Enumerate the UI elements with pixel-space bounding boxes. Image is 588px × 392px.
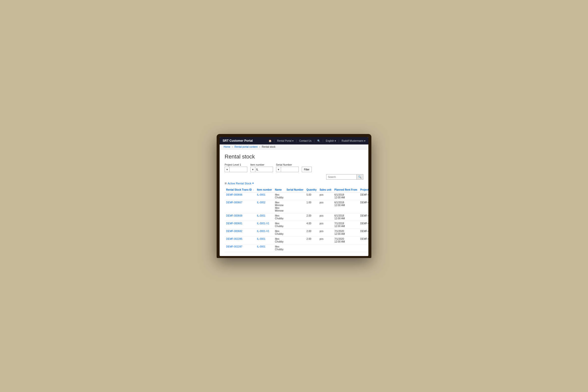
cell-serial-3: [285, 221, 305, 229]
nav-rental-portal[interactable]: Rental Portal ▾: [277, 140, 294, 142]
trans-id-link-1[interactable]: DEMF-000667: [226, 201, 242, 204]
item-number-link-6[interactable]: IL-0001: [257, 245, 266, 248]
cell-serial-2: [285, 213, 305, 221]
filter-input-field-1[interactable]: [230, 167, 247, 172]
trans-id-link-5[interactable]: DEMF-002285: [226, 238, 242, 240]
cell-sales-unit-3: pcs: [318, 221, 333, 229]
brand-logo: SRT Customer Portal: [222, 139, 253, 142]
cell-item-number-3: IL-0001-V1: [256, 221, 274, 229]
trans-id-link-4[interactable]: DEMF-000682: [226, 230, 242, 232]
cell-trans-id-6: DEMF-002287: [224, 244, 256, 252]
cell-quantity-4: 2.00: [305, 229, 318, 236]
item-number-link-0[interactable]: IL-0001: [257, 194, 266, 196]
cell-planned-rent-5: 7/1/202012:00 AM: [333, 236, 359, 244]
trans-id-link-6[interactable]: DEMF-002287: [226, 245, 242, 248]
laptop-frame: SRT Customer Portal 🏠 | Rental Portal ▾ …: [217, 134, 371, 258]
col-header-item-number[interactable]: Item number: [256, 186, 274, 192]
top-nav: SRT Customer Portal 🏠 | Rental Portal ▾ …: [220, 137, 368, 144]
cell-name-5: Illex Chubby: [274, 236, 285, 244]
col-header-quantity[interactable]: Quantity: [305, 186, 318, 192]
trans-id-link-0[interactable]: DEMF-000666: [226, 194, 242, 196]
breadcrumb-rental-content[interactable]: Rental portal content: [234, 146, 258, 148]
cell-quantity-3: 4.00: [305, 221, 318, 229]
grid-icon: ⊞: [224, 182, 226, 185]
page-title: Rental stock: [224, 154, 364, 160]
cell-name-4: Illex Chubby: [274, 229, 285, 236]
cell-planned-rent-0: 6/1/201812:00 AM: [333, 192, 359, 200]
breadcrumb: Home › Rental portal content › Rental st…: [220, 144, 368, 150]
cell-planned-rent-2: 6/1/201812:00 AM: [333, 213, 359, 221]
nav-contact[interactable]: Contact Us: [299, 140, 312, 142]
screen: SRT Customer Portal 🏠 | Rental Portal ▾ …: [220, 137, 368, 256]
search-input[interactable]: [326, 174, 356, 180]
table-header-row: Rental Stock Trans ID ↑ Item number Name…: [224, 186, 368, 192]
cell-sales-unit-2: pcs: [318, 213, 333, 221]
table-row: DEMF-000667 IL-0002 Illex MinnowIllex Mi…: [224, 200, 368, 213]
item-number-link-2[interactable]: IL-0001: [257, 214, 266, 217]
trans-id-link-3[interactable]: DEMF-000681: [226, 222, 242, 225]
cell-item-number-4: IL-0001-V1: [256, 229, 274, 236]
cell-quantity-0: 5.00: [305, 192, 318, 200]
nav-language[interactable]: English ▾: [326, 140, 336, 142]
cell-planned-rent-1: 6/1/201812:00 AM: [333, 200, 359, 213]
filter-input-item-number: ▼: [250, 167, 273, 172]
table-body: DEMF-000666 IL-0001 Illex Chubby 5.00 pc…: [224, 192, 368, 252]
search-row: 🔍: [224, 174, 364, 180]
col-header-serial-number[interactable]: Serial Number: [285, 186, 305, 192]
cell-planned-rent-6: [333, 244, 359, 252]
cell-item-number-2: IL-0001: [256, 213, 274, 221]
col-header-trans-id[interactable]: Rental Stock Trans ID ↑: [224, 186, 256, 192]
cell-pl1-3: DEMF-000642: [359, 221, 368, 229]
cell-serial-1: [285, 200, 305, 213]
breadcrumb-home[interactable]: Home: [224, 146, 230, 148]
cell-serial-6: [285, 244, 305, 252]
rental-stock-table: Rental Stock Trans ID ↑ Item number Name…: [224, 186, 368, 252]
cell-sales-unit-0: pcs: [318, 192, 333, 200]
funnel-icon-3[interactable]: ▼: [276, 167, 281, 172]
filter-input-field-3[interactable]: [281, 167, 298, 172]
cell-pl1-2: DEMF-000621: [359, 213, 368, 221]
nav-user[interactable]: Rudolf Mustermann ▾: [342, 140, 366, 142]
cell-planned-rent-3: 7/1/201812:00 AM: [333, 221, 359, 229]
cell-item-number-1: IL-0002: [256, 200, 274, 213]
item-number-link-4[interactable]: IL-0001-V1: [257, 230, 269, 232]
cell-trans-id-4: DEMF-000682: [224, 229, 256, 236]
cell-sales-unit-6: [318, 244, 333, 252]
cell-serial-5: [285, 236, 305, 244]
trans-id-link-2[interactable]: DEMF-000668: [226, 214, 242, 217]
cell-name-6: Illex Chubby: [274, 244, 285, 252]
funnel-icon-1[interactable]: ▼: [225, 167, 230, 172]
filter-button[interactable]: Filter: [302, 167, 312, 172]
item-number-link-3[interactable]: IL-0001-V1: [257, 222, 269, 225]
cell-trans-id-5: DEMF-002285: [224, 236, 256, 244]
filter-group-serial-number: Serial Number ▼: [276, 164, 299, 172]
cell-sales-unit-1: pcs: [318, 200, 333, 213]
cell-quantity-1: 1.00: [305, 200, 318, 213]
nav-home[interactable]: 🏠: [268, 140, 272, 142]
search-button[interactable]: 🔍: [356, 174, 363, 180]
table-row: DEMF-000666 IL-0001 Illex Chubby 5.00 pc…: [224, 192, 368, 200]
funnel-icon-2[interactable]: ▼: [250, 167, 255, 172]
col-header-name[interactable]: Name: [274, 186, 285, 192]
col-header-planned-rent-from[interactable]: Planned Rent From: [333, 186, 359, 192]
cell-pl1-1: DEMF-000620: [359, 200, 368, 213]
cell-trans-id-2: DEMF-000668: [224, 213, 256, 221]
col-header-sales-unit[interactable]: Sales unit: [318, 186, 333, 192]
nav-search-icon[interactable]: 🔍: [317, 140, 320, 142]
cell-pl1-6: [359, 244, 368, 252]
cell-trans-id-3: DEMF-000681: [224, 221, 256, 229]
col-header-project-level-1[interactable]: Project Level 1 ↑: [359, 186, 368, 192]
filter-input-field-2[interactable]: [255, 167, 273, 172]
active-rental-button[interactable]: ⊞ Active Rental Stock ▾: [224, 182, 254, 185]
item-number-link-1[interactable]: IL-0002: [257, 201, 266, 204]
active-rental-header: ⊞ Active Rental Stock ▾: [224, 182, 364, 185]
main-content: Rental stock Project Level 1 ▼ Item numb…: [220, 150, 368, 256]
cell-name-2: Illex Chubby: [274, 213, 285, 221]
cell-pl1-0: DEMF-000619: [359, 192, 368, 200]
filter-label-project-level-1: Project Level 1: [224, 164, 247, 166]
search-wrap: 🔍: [326, 174, 364, 180]
filter-label-item-number: Item number: [250, 164, 273, 166]
item-number-link-5[interactable]: IL-0001: [257, 238, 266, 240]
cell-item-number-0: IL-0001: [256, 192, 274, 200]
table-row: DEMF-000668 IL-0001 Illex Chubby 2.00 pc…: [224, 213, 368, 221]
